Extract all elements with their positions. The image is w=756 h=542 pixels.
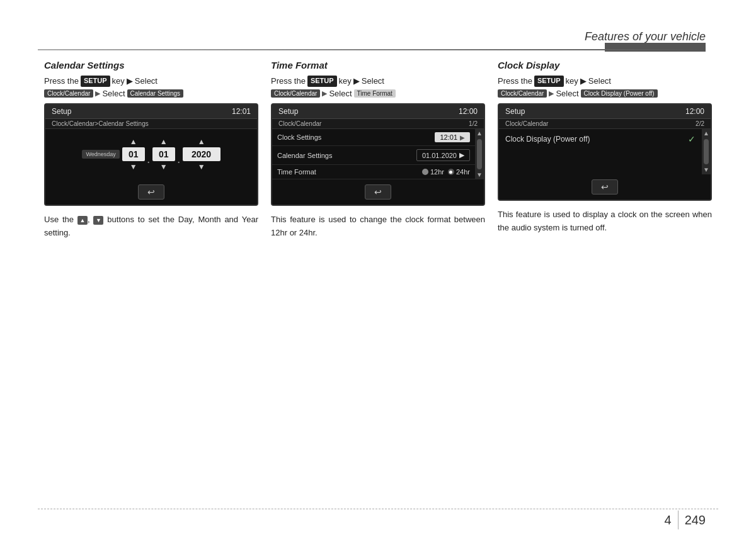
cal-year-col: ▲ 2020 ▼: [183, 138, 220, 171]
calendar-screen: Setup 12:01 Clock/Calendar>Calendar Sett…: [44, 103, 258, 206]
time-screen-title: Setup: [278, 107, 298, 116]
month-down-arrow[interactable]: ▼: [160, 163, 168, 171]
time-format-screen: Setup 12:00 Clock/Calendar 1/2 Clock Set…: [271, 103, 485, 206]
month-up-arrow[interactable]: ▲: [160, 138, 168, 145]
arrow-chip-2: ▶: [322, 89, 327, 98]
radio-label-12hr: 12hr: [430, 168, 444, 176]
cal-date-chev: ▶: [459, 151, 464, 159]
page-indicator-time: 1/2: [469, 120, 478, 127]
clock-screen-time: 12:00: [685, 107, 704, 116]
setup-button-2[interactable]: SETUP: [307, 76, 337, 86]
clock-value-box: 12:01 ▶: [435, 132, 470, 142]
cal-description: Use the ▲, ▼ buttons to set the Day, Mon…: [44, 213, 258, 240]
page-indicator-clock: 2/2: [696, 120, 704, 127]
select-chip-3: Select: [556, 89, 578, 98]
col-clock-display: Clock Display Press the SETUP key ▶ Sele…: [491, 60, 718, 498]
cal-back-button[interactable]: ↩: [138, 184, 164, 200]
radio-dot-24hr: [448, 169, 454, 175]
arrow-label-3: ▶: [580, 76, 587, 87]
instruction-time: Press the SETUP key ▶ Select: [271, 76, 485, 87]
menu-row-cal-settings[interactable]: Calendar Settings 01.01.2020 ▶: [272, 146, 475, 165]
clock-val-text: 12:01: [440, 133, 457, 141]
day-up-arrow[interactable]: ▲: [130, 138, 137, 145]
setup-button-1[interactable]: SETUP: [81, 76, 110, 86]
menu-label-clock: Clock Settings: [277, 133, 321, 141]
scrollbar-time: ▲ ▼: [475, 129, 484, 179]
breadcrumb-time: Clock/Calendar ▶ Select Time Format: [271, 89, 485, 98]
day-down-arrow[interactable]: ▼: [130, 163, 137, 171]
cal-date-text: 01.01.2020: [422, 152, 457, 159]
arrow-chip-1: ▶: [95, 89, 100, 98]
page-divider: [678, 511, 679, 529]
clock-display-row[interactable]: Clock Display (Power off) ✓: [499, 129, 702, 149]
instruction-calendar: Press the SETUP key ▶ Select: [44, 76, 258, 87]
radio-24hr[interactable]: 24hr: [448, 168, 470, 176]
select-label-3: Select: [588, 76, 611, 87]
footer-rule: [38, 509, 718, 509]
scroll-down-arrow-clock[interactable]: ▼: [703, 167, 709, 173]
time-description: This feature is used to change the clock…: [271, 213, 485, 240]
cal-day-col: Wednesday: [82, 150, 119, 159]
time-screen-header: Setup 12:00: [272, 104, 484, 119]
year-down-arrow[interactable]: ▼: [198, 163, 205, 171]
menu-row-clock-settings[interactable]: Clock Settings 12:01 ▶: [272, 129, 475, 146]
clock-display-checkmark: ✓: [688, 134, 696, 144]
page-title: Features of your vehicle: [585, 30, 706, 43]
setup-button-3[interactable]: SETUP: [534, 76, 564, 86]
cal-date-box: 01.01.2020 ▶: [416, 149, 470, 161]
clock-display-label: Clock Display (Power off): [505, 135, 590, 144]
cal-screen-subheader: Clock/Calendar>Calendar Settings: [45, 119, 257, 129]
cal-month-value: 01: [152, 147, 175, 161]
calendar-screen-header: Setup 12:01: [45, 104, 257, 119]
chapter-number: 4: [665, 513, 672, 528]
year-up-arrow[interactable]: ▲: [198, 138, 205, 145]
scroll-down-arrow[interactable]: ▼: [476, 172, 483, 178]
key-label-2: key: [339, 76, 352, 87]
clock-menu-content: Clock Display (Power off) ✓: [499, 129, 702, 174]
clock-display-screen: Setup 12:00 Clock/Calendar 2/2 Clock Dis…: [498, 103, 712, 201]
radio-group-timefmt: 12hr 24hr: [422, 168, 470, 176]
scrollbar-clock: ▲ ▼: [702, 129, 711, 174]
scroll-up-arrow-clock[interactable]: ▲: [703, 130, 709, 137]
clock-screen-header: Setup 12:00: [499, 104, 711, 119]
cal-day-value: 01: [122, 147, 145, 161]
chip-time-format: Time Format: [354, 89, 396, 98]
page-num: 249: [685, 513, 706, 528]
chip-calendar-settings: Calendar Settings: [127, 89, 184, 98]
select-label-1: Select: [135, 76, 158, 87]
clock-back-button[interactable]: ↩: [592, 179, 618, 195]
clock-screen-subheader: Clock/Calendar 2/2: [499, 119, 711, 129]
cal-sep-1: .: [147, 155, 150, 164]
cal-year-value: 2020: [183, 147, 220, 161]
press-the-label-1: Press the: [44, 76, 79, 87]
up-btn-desc: ▲: [77, 216, 88, 225]
chip-clock-3: Clock/Calendar: [498, 89, 547, 98]
clock-val-chev: ▶: [460, 134, 465, 141]
clock-screen-with-scroll: Clock Display (Power off) ✓ ▲ ▼: [499, 129, 711, 174]
col-calendar-settings: Calendar Settings Press the SETUP key ▶ …: [38, 60, 265, 498]
cal-sep-2: .: [178, 155, 180, 164]
instruction-clock: Press the SETUP key ▶ Select: [498, 76, 712, 87]
section-title-calendar: Calendar Settings: [44, 60, 258, 71]
press-the-label-3: Press the: [498, 76, 532, 87]
time-screen-with-scroll: Clock Settings 12:01 ▶ Calendar Settings: [272, 129, 484, 179]
clock-description: This feature is used to display a clock …: [498, 208, 712, 235]
col-time-format: Time Format Press the SETUP key ▶ Select…: [265, 60, 491, 498]
clock-screen-title: Setup: [505, 107, 525, 116]
page-number: 4 249: [665, 511, 706, 529]
section-title-time: Time Format: [271, 60, 485, 71]
screen-empty-space: [499, 149, 702, 174]
chip-clock-display: Clock Display (Power off): [581, 89, 658, 98]
scroll-up-arrow[interactable]: ▲: [476, 130, 483, 137]
arrow-chip-3: ▶: [549, 89, 554, 98]
menu-row-time-format[interactable]: Time Format 12hr 24hr: [272, 165, 475, 179]
press-the-label-2: Press the: [271, 76, 306, 87]
time-screen-subheader: Clock/Calendar 1/2: [272, 119, 484, 129]
cal-screen-time: 12:01: [232, 107, 251, 116]
radio-12hr[interactable]: 12hr: [422, 168, 444, 176]
cal-day-label: Wednesday: [82, 150, 119, 159]
time-back-button[interactable]: ↩: [365, 184, 391, 200]
clock-screen-footer: ↩: [499, 174, 711, 200]
key-label-1: key: [112, 76, 125, 87]
main-content: Calendar Settings Press the SETUP key ▶ …: [38, 60, 718, 498]
